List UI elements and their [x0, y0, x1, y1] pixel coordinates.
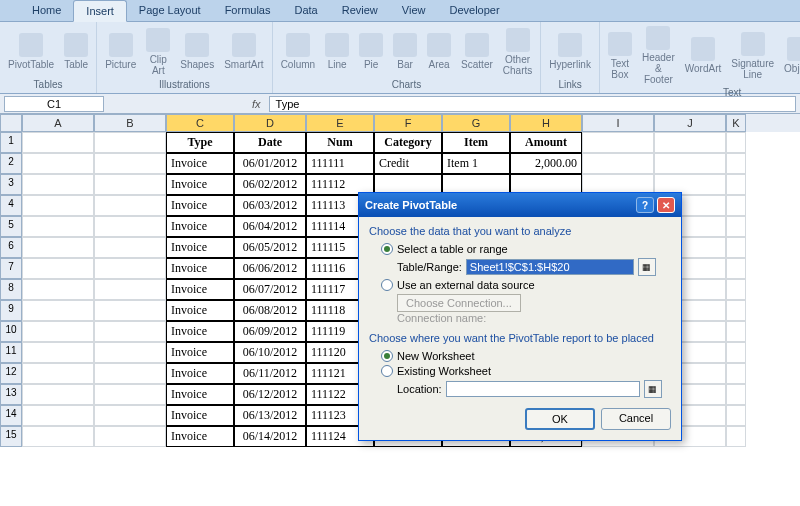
row-header-1[interactable]: 1 — [0, 132, 22, 153]
ribbon-column[interactable]: Column — [277, 31, 319, 72]
ribbon-line[interactable]: Line — [321, 31, 353, 72]
ok-button[interactable]: OK — [525, 408, 595, 430]
cell[interactable] — [22, 153, 94, 174]
cell[interactable]: Credit — [374, 153, 442, 174]
cell[interactable] — [726, 258, 746, 279]
tab-developer[interactable]: Developer — [437, 0, 511, 21]
cell[interactable]: 06/10/2012 — [234, 342, 306, 363]
fx-icon[interactable]: fx — [244, 98, 269, 110]
cell[interactable] — [726, 153, 746, 174]
row-header-6[interactable]: 6 — [0, 237, 22, 258]
input-table-range[interactable] — [466, 259, 634, 275]
range-picker-icon[interactable]: ▦ — [638, 258, 656, 276]
tab-view[interactable]: View — [390, 0, 438, 21]
cell[interactable] — [94, 384, 166, 405]
cell[interactable]: Invoice — [166, 342, 234, 363]
location-picker-icon[interactable]: ▦ — [644, 380, 662, 398]
cell[interactable] — [726, 300, 746, 321]
cell[interactable]: Type — [166, 132, 234, 153]
cell[interactable] — [726, 384, 746, 405]
cell[interactable] — [22, 342, 94, 363]
cell[interactable] — [22, 174, 94, 195]
cell[interactable]: 06/04/2012 — [234, 216, 306, 237]
radio-existing-worksheet[interactable] — [381, 365, 393, 377]
row-header-5[interactable]: 5 — [0, 216, 22, 237]
tab-page-layout[interactable]: Page Layout — [127, 0, 213, 21]
cell[interactable] — [726, 426, 746, 447]
row-header-11[interactable]: 11 — [0, 342, 22, 363]
cell[interactable]: Invoice — [166, 426, 234, 447]
cell[interactable]: Amount — [510, 132, 582, 153]
cell[interactable] — [726, 342, 746, 363]
cell[interactable]: Invoice — [166, 321, 234, 342]
name-box[interactable]: C1 — [4, 96, 104, 112]
cancel-button[interactable]: Cancel — [601, 408, 671, 430]
cell[interactable] — [22, 384, 94, 405]
tab-review[interactable]: Review — [330, 0, 390, 21]
cell[interactable] — [654, 153, 726, 174]
cell[interactable]: 06/08/2012 — [234, 300, 306, 321]
row-header-14[interactable]: 14 — [0, 405, 22, 426]
cell[interactable] — [94, 363, 166, 384]
cell[interactable] — [582, 153, 654, 174]
cell[interactable]: Item — [442, 132, 510, 153]
row-header-4[interactable]: 4 — [0, 195, 22, 216]
cell[interactable]: 06/11/2012 — [234, 363, 306, 384]
cell[interactable] — [94, 216, 166, 237]
cell[interactable] — [726, 321, 746, 342]
tab-formulas[interactable]: Formulas — [213, 0, 283, 21]
select-all-cell[interactable] — [0, 114, 22, 132]
input-location[interactable] — [446, 381, 640, 397]
cell[interactable] — [726, 279, 746, 300]
col-header-A[interactable]: A — [22, 114, 94, 132]
cell[interactable]: 06/12/2012 — [234, 384, 306, 405]
cell[interactable]: Invoice — [166, 405, 234, 426]
cell[interactable]: Invoice — [166, 363, 234, 384]
help-icon[interactable]: ? — [636, 197, 654, 213]
cell[interactable] — [22, 132, 94, 153]
row-header-12[interactable]: 12 — [0, 363, 22, 384]
cell[interactable]: Invoice — [166, 384, 234, 405]
cell[interactable] — [726, 132, 746, 153]
close-icon[interactable]: ✕ — [657, 197, 675, 213]
cell[interactable]: Invoice — [166, 279, 234, 300]
cell[interactable] — [22, 300, 94, 321]
cell[interactable]: Invoice — [166, 216, 234, 237]
row-header-8[interactable]: 8 — [0, 279, 22, 300]
cell[interactable] — [22, 237, 94, 258]
cell[interactable]: Invoice — [166, 174, 234, 195]
dialog-titlebar[interactable]: Create PivotTable ? ✕ — [359, 193, 681, 217]
cell[interactable] — [94, 342, 166, 363]
cell[interactable] — [94, 237, 166, 258]
cell[interactable]: 06/06/2012 — [234, 258, 306, 279]
ribbon-header-footer[interactable]: Header & Footer — [638, 24, 679, 87]
col-header-G[interactable]: G — [442, 114, 510, 132]
cell[interactable] — [582, 132, 654, 153]
cell[interactable] — [94, 321, 166, 342]
cell[interactable] — [726, 216, 746, 237]
ribbon-area[interactable]: Area — [423, 31, 455, 72]
cell[interactable] — [94, 426, 166, 447]
cell[interactable]: Invoice — [166, 300, 234, 321]
cell[interactable] — [94, 174, 166, 195]
cell[interactable] — [22, 195, 94, 216]
ribbon-other-charts[interactable]: Other Charts — [499, 26, 536, 78]
cell[interactable]: Item 1 — [442, 153, 510, 174]
col-header-E[interactable]: E — [306, 114, 374, 132]
col-header-H[interactable]: H — [510, 114, 582, 132]
ribbon-pie[interactable]: Pie — [355, 31, 387, 72]
cell[interactable]: 06/09/2012 — [234, 321, 306, 342]
cell[interactable] — [94, 279, 166, 300]
col-header-D[interactable]: D — [234, 114, 306, 132]
tab-insert[interactable]: Insert — [73, 0, 127, 22]
cell[interactable]: Invoice — [166, 258, 234, 279]
cell[interactable]: Date — [234, 132, 306, 153]
col-header-I[interactable]: I — [582, 114, 654, 132]
col-header-J[interactable]: J — [654, 114, 726, 132]
ribbon-smartart[interactable]: SmartArt — [220, 31, 267, 72]
cell[interactable] — [94, 405, 166, 426]
cell[interactable] — [22, 321, 94, 342]
cell[interactable] — [726, 405, 746, 426]
radio-new-worksheet[interactable] — [381, 350, 393, 362]
col-header-K[interactable]: K — [726, 114, 746, 132]
